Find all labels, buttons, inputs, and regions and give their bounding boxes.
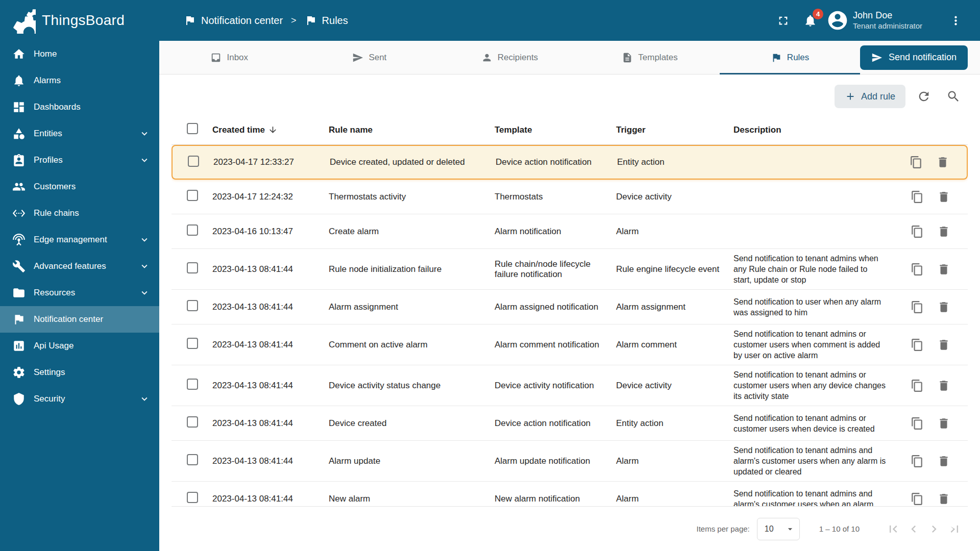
sidebar-item-dashboards[interactable]: Dashboards	[0, 94, 159, 120]
column-created-time[interactable]: Created time	[212, 125, 329, 135]
table-row-device-created[interactable]: 2023-04-13 08:41:44 Device created Devic…	[172, 406, 968, 441]
copy-rule-button[interactable]	[911, 225, 924, 238]
row-checkbox[interactable]	[187, 492, 198, 503]
copy-rule-button[interactable]	[911, 455, 924, 468]
breadcrumb-separator: >	[291, 15, 297, 26]
sidebar-item-api-usage[interactable]: Api Usage	[0, 333, 159, 359]
delete-rule-button[interactable]	[937, 263, 950, 276]
refresh-button[interactable]	[913, 85, 935, 108]
table-row-alarm-update[interactable]: 2023-04-13 08:41:44 Alarm update Alarm u…	[172, 441, 968, 482]
table-row-comment-on-active-alarm[interactable]: 2023-04-13 08:41:44 Comment on active al…	[172, 324, 968, 365]
previous-page-button[interactable]	[903, 519, 924, 539]
delete-rule-button[interactable]	[937, 225, 950, 238]
sidebar-item-edge-management[interactable]: Edge management	[0, 227, 159, 253]
column-rule-name[interactable]: Rule name	[329, 125, 495, 135]
header-menu-button[interactable]	[945, 10, 967, 32]
trash-icon	[937, 300, 950, 314]
cell-rule-name: Create alarm	[329, 227, 495, 237]
row-checkbox[interactable]	[187, 224, 198, 236]
select-all-checkbox[interactable]	[187, 123, 198, 134]
sidebar-item-customers[interactable]: Customers	[0, 173, 159, 200]
next-page-button[interactable]	[924, 519, 944, 539]
delete-rule-button[interactable]	[937, 300, 950, 314]
cell-template: Device action notification	[496, 157, 617, 167]
sort-desc-icon	[268, 125, 278, 135]
sidebar-item-rule-chains[interactable]: Rule chains	[0, 200, 159, 227]
table-row-rule-node-initialization-failure[interactable]: 2023-04-13 08:41:44 Rule node initializa…	[172, 249, 968, 290]
cell-trigger: Rule engine lifecycle event	[616, 264, 733, 274]
column-template[interactable]: Template	[495, 125, 616, 135]
column-trigger[interactable]: Trigger	[616, 125, 733, 135]
cell-trigger: Entity action	[617, 157, 734, 167]
row-checkbox[interactable]	[187, 416, 198, 428]
search-button[interactable]	[942, 85, 965, 108]
first-page-button[interactable]	[883, 519, 903, 539]
avatar[interactable]	[826, 9, 849, 32]
items-per-page-select[interactable]: 10	[757, 518, 800, 540]
copy-rule-button[interactable]	[910, 156, 923, 169]
copy-rule-button[interactable]	[911, 263, 924, 276]
table-row-device-created-updated-or-deleted[interactable]: 2023-04-17 12:33:27 Device created, upda…	[172, 145, 968, 180]
row-checkbox[interactable]	[187, 300, 198, 311]
user-role: Tenant administrator	[853, 21, 922, 31]
sidebar-item-alarms[interactable]: Alarms	[0, 67, 159, 94]
row-checkbox[interactable]	[188, 156, 199, 167]
copy-rule-button[interactable]	[911, 379, 924, 392]
breadcrumb-label: Notification center	[201, 15, 283, 27]
copy-rule-button[interactable]	[911, 190, 924, 204]
table-row-alarm-assignment[interactable]: 2023-04-13 08:41:44 Alarm assignment Ala…	[172, 290, 968, 324]
dashboard-icon	[12, 101, 26, 114]
copy-rule-button[interactable]	[911, 417, 924, 430]
sidebar-item-resources[interactable]: Resources	[0, 280, 159, 306]
sidebar-item-security[interactable]: Security	[0, 386, 159, 412]
copy-rule-button[interactable]	[911, 338, 924, 352]
table-row-thermostats-activity[interactable]: 2023-04-17 12:24:32 Thermostats activity…	[172, 180, 968, 214]
table-row-device-activity-status-change[interactable]: 2023-04-13 08:41:44 Device activity stat…	[172, 365, 968, 406]
sidebar-item-profiles[interactable]: Profiles	[0, 147, 159, 173]
user-block[interactable]: John Doe Tenant administrator	[853, 10, 922, 31]
delete-rule-button[interactable]	[937, 492, 950, 506]
cell-rule-name: Alarm update	[329, 456, 495, 466]
folder-icon	[12, 286, 26, 299]
add-rule-label: Add rule	[861, 91, 895, 102]
delete-rule-button[interactable]	[937, 379, 950, 392]
tab-rules[interactable]: Rules	[720, 41, 860, 74]
breadcrumb-notification-center[interactable]: Notification center	[184, 14, 283, 27]
delete-rule-button[interactable]	[937, 190, 950, 204]
sidebar-item-entities[interactable]: Entities	[0, 120, 159, 147]
add-rule-button[interactable]: Add rule	[835, 85, 905, 108]
table-row-create-alarm[interactable]: 2023-04-16 10:13:47 Create alarm Alarm n…	[172, 214, 968, 249]
column-description[interactable]: Description	[733, 125, 891, 135]
table-row-new-alarm[interactable]: 2023-04-13 08:41:44 New alarm New alarm …	[172, 482, 968, 506]
fullscreen-button[interactable]	[772, 10, 794, 32]
breadcrumb-rules[interactable]: Rules	[305, 14, 348, 27]
delete-rule-button[interactable]	[937, 338, 950, 352]
cell-description: Send notification to tenant admins or cu…	[733, 369, 891, 402]
tab-sent[interactable]: Sent	[300, 41, 440, 74]
row-checkbox[interactable]	[187, 454, 198, 465]
delete-rule-button[interactable]	[936, 156, 949, 169]
sidebar-item-settings[interactable]: Settings	[0, 359, 159, 386]
copy-icon	[911, 190, 924, 204]
delete-rule-button[interactable]	[937, 455, 950, 468]
row-checkbox[interactable]	[187, 190, 198, 201]
row-checkbox[interactable]	[187, 262, 198, 273]
row-checkbox[interactable]	[187, 379, 198, 390]
cell-created-time: 2023-04-17 12:24:32	[212, 192, 329, 202]
row-checkbox[interactable]	[187, 338, 198, 349]
copy-rule-button[interactable]	[911, 492, 924, 506]
last-page-button[interactable]	[944, 519, 965, 539]
tab-recipients[interactable]: Recipients	[439, 41, 580, 74]
sidebar-item-advanced-features[interactable]: Advanced features	[0, 253, 159, 280]
cell-created-time: 2023-04-16 10:13:47	[212, 227, 329, 237]
app-logo[interactable]: ThingsBoard	[0, 0, 159, 41]
delete-rule-button[interactable]	[937, 417, 950, 430]
copy-rule-button[interactable]	[911, 300, 924, 314]
rules-table-body: 2023-04-17 12:33:27 Device created, upda…	[172, 145, 968, 506]
send-notification-button[interactable]: Send notification	[860, 45, 968, 70]
tab-templates[interactable]: Templates	[580, 41, 720, 74]
sidebar-item-label: Advanced features	[34, 261, 106, 271]
sidebar-item-home[interactable]: Home	[0, 41, 159, 67]
tab-inbox[interactable]: Inbox	[159, 41, 300, 74]
sidebar-item-notification-center[interactable]: Notification center	[0, 306, 159, 333]
